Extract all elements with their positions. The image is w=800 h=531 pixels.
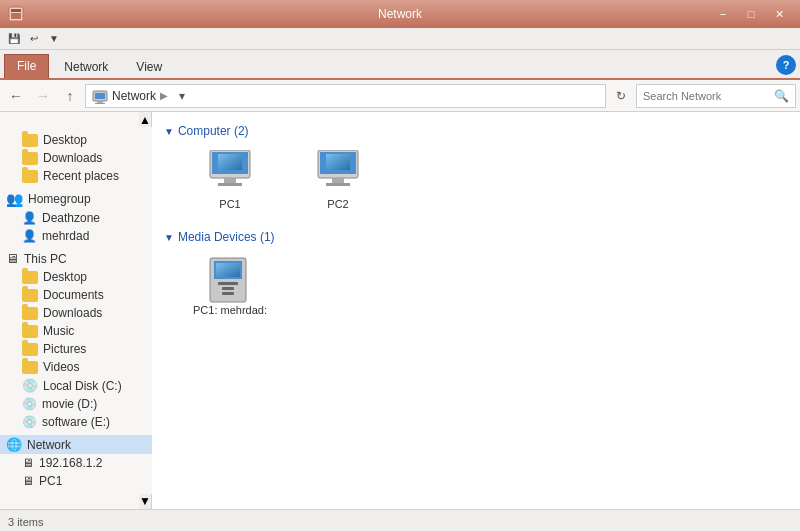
homegroup-icon: 👥 — [6, 191, 23, 207]
network-pc-icon: 🖥 — [22, 474, 34, 488]
sidebar-item-homegroup[interactable]: 👥 Homegroup — [0, 189, 152, 209]
ribbon: File Network View ? — [0, 50, 800, 80]
tab-network[interactable]: Network — [51, 55, 121, 78]
optical-icon: 💿 — [22, 415, 37, 429]
svg-rect-15 — [332, 178, 344, 183]
sidebar-item-movied[interactable]: 💿 movie (D:) — [0, 395, 152, 413]
pc-icon-graphic — [204, 150, 256, 194]
svg-rect-4 — [95, 93, 105, 99]
list-item[interactable]: PC2 — [288, 146, 388, 214]
network-pc-icon: 🖥 — [22, 492, 34, 494]
computer-items: PC1 — [180, 146, 788, 214]
forward-button: → — [31, 84, 55, 108]
close-button[interactable]: ✕ — [766, 5, 792, 23]
sidebar-item-desktop[interactable]: Desktop — [0, 131, 152, 149]
sidebar-item-recent[interactable]: Recent places — [0, 167, 152, 185]
maximize-button[interactable]: □ — [738, 5, 764, 23]
folder-icon — [22, 325, 38, 338]
tab-view[interactable]: View — [123, 55, 175, 78]
group-arrow-computer[interactable]: ▼ — [164, 126, 174, 137]
path-arrow: ▶ — [160, 90, 168, 101]
address-dropdown[interactable]: ▾ — [172, 89, 192, 103]
sidebar-item-downloads2[interactable]: Downloads — [0, 304, 152, 322]
sidebar: Desktop Downloads Recent places 👥 Homegr… — [0, 127, 152, 494]
folder-icon — [22, 343, 38, 356]
folder-icon — [22, 289, 38, 302]
search-box[interactable]: 🔍 — [636, 84, 796, 108]
status-count: 3 items — [8, 516, 43, 528]
group-computer: ▼ Computer (2) — [164, 124, 788, 138]
sidebar-item-ip[interactable]: 🖥 192.168.1.2 — [0, 454, 152, 472]
help-button[interactable]: ? — [776, 55, 796, 75]
quick-undo-button[interactable]: ↩ — [24, 30, 44, 48]
svg-rect-11 — [218, 183, 242, 186]
svg-rect-14 — [326, 154, 350, 170]
group-label-computer: Computer (2) — [178, 124, 249, 138]
user-icon: 👤 — [22, 229, 37, 243]
list-item[interactable]: PC1: mehrdad: — [180, 252, 280, 320]
network-pc-icon: 🖥 — [22, 456, 34, 470]
sidebar-item-thispc[interactable]: 🖥 This PC — [0, 249, 152, 268]
item-label-pc2: PC2 — [327, 198, 348, 210]
drive-icon: 💿 — [22, 378, 38, 393]
svg-rect-5 — [97, 101, 103, 103]
sidebar-scroll-up[interactable]: ▲ — [139, 112, 151, 127]
svg-rect-2 — [11, 9, 21, 12]
folder-icon — [22, 170, 38, 183]
svg-rect-22 — [222, 292, 234, 295]
sidebar-item-pc2nav[interactable]: 🖥 PC2 — [0, 490, 152, 494]
group-media: ▼ Media Devices (1) — [164, 230, 788, 244]
svg-rect-1 — [11, 13, 21, 19]
quick-dropdown-button[interactable]: ▼ — [44, 30, 64, 48]
sidebar-item-videos[interactable]: Videos — [0, 358, 152, 376]
pc-icon-graphic — [312, 150, 364, 194]
sidebar-item-mehrdad[interactable]: 👤 mehrdad — [0, 227, 152, 245]
sidebar-item-desktop2[interactable]: Desktop — [0, 268, 152, 286]
back-button[interactable]: ← — [4, 84, 28, 108]
sidebar-scroll-down[interactable]: ▼ — [139, 494, 151, 509]
status-bar: 3 items — [0, 509, 800, 531]
minimize-button[interactable]: − — [710, 5, 736, 23]
sidebar-item-music[interactable]: Music — [0, 322, 152, 340]
group-label-media: Media Devices (1) — [178, 230, 275, 244]
pc-icon: 🖥 — [6, 251, 19, 266]
quick-toolbar: 💾 ↩ ▼ — [0, 28, 800, 50]
sidebar-item-downloads[interactable]: Downloads — [0, 149, 152, 167]
title-bar: Network − □ ✕ — [0, 0, 800, 28]
svg-rect-19 — [216, 263, 240, 277]
content-area: ▼ Computer (2) — [152, 112, 800, 509]
folder-icon — [22, 271, 38, 284]
media-items: PC1: mehrdad: — [180, 252, 788, 320]
sidebar-item-network[interactable]: 🌐 Network — [0, 435, 152, 454]
folder-icon — [22, 152, 38, 165]
sidebar-item-documents[interactable]: Documents — [0, 286, 152, 304]
window-title: Network — [378, 7, 422, 21]
up-button[interactable]: ↑ — [58, 84, 82, 108]
group-arrow-media[interactable]: ▼ — [164, 232, 174, 243]
ribbon-tabs: File Network View ? — [0, 50, 800, 78]
search-icon[interactable]: 🔍 — [774, 89, 789, 103]
path-network-label: Network — [112, 89, 156, 103]
svg-rect-6 — [95, 103, 105, 104]
optical-icon: 💿 — [22, 397, 37, 411]
svg-rect-20 — [218, 282, 238, 285]
network-icon: 🌐 — [6, 437, 22, 452]
search-input[interactable] — [643, 90, 774, 102]
tab-file[interactable]: File — [4, 54, 49, 78]
svg-rect-10 — [224, 178, 236, 183]
sidebar-item-deathzone[interactable]: 👤 Deathzone — [0, 209, 152, 227]
folder-icon — [22, 134, 38, 147]
refresh-button[interactable]: ↻ — [609, 84, 633, 108]
address-path[interactable]: Network ▶ ▾ — [85, 84, 606, 108]
sidebar-item-localc[interactable]: 💿 Local Disk (C:) — [0, 376, 152, 395]
svg-rect-16 — [326, 183, 350, 186]
sidebar-item-pictures[interactable]: Pictures — [0, 340, 152, 358]
sidebar-item-software[interactable]: 💿 software (E:) — [0, 413, 152, 431]
path-icon — [92, 88, 108, 104]
svg-rect-9 — [218, 154, 242, 170]
quick-save-button[interactable]: 💾 — [4, 30, 24, 48]
list-item[interactable]: PC1 — [180, 146, 280, 214]
window-icon — [8, 6, 24, 22]
sidebar-item-pc1nav[interactable]: 🖥 PC1 — [0, 472, 152, 490]
folder-icon — [22, 361, 38, 374]
